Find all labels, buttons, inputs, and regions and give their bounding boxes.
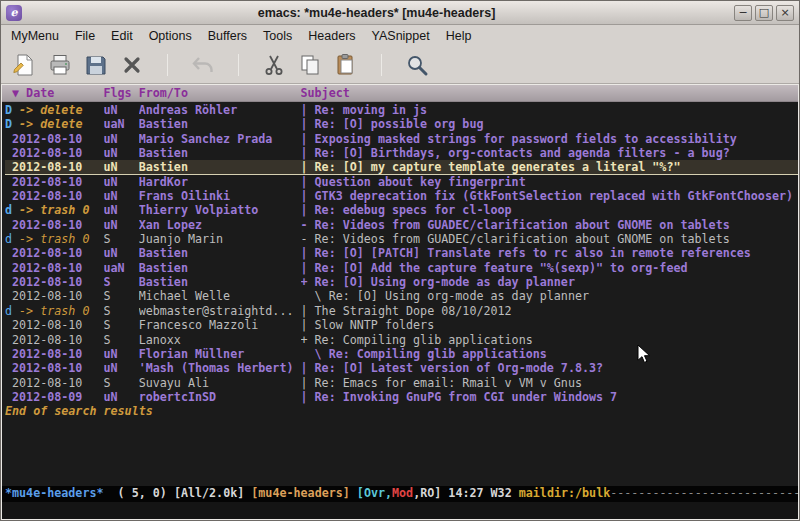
message-date: 2012-08-10 — [5, 175, 104, 189]
mouse-cursor — [637, 344, 652, 365]
message-flags: uN — [104, 146, 139, 160]
message-flags: uaN — [104, 261, 139, 275]
message-date: 2012-08-10 — [5, 189, 104, 203]
message-row[interactable]: 2012-08-10SMichael Welle \ Re: [O] Using… — [5, 289, 798, 303]
undo-button[interactable] — [188, 50, 218, 80]
message-from: 'Mash (Thomas Herbert) — [139, 361, 301, 375]
message-flags: uN — [104, 347, 139, 361]
message-date: 2012-08-10 — [5, 146, 104, 160]
message-subject: + Re: [O] Using org-mode as day planner — [301, 275, 799, 289]
window-controls: − □ × — [731, 5, 794, 21]
column-header-flags[interactable]: Flgs — [104, 85, 139, 101]
modeline-segment: [Ovr, — [357, 486, 392, 500]
message-subject: \ Re: Compiling glib applications — [301, 347, 799, 361]
minimize-button[interactable]: − — [734, 5, 752, 21]
message-row[interactable]: 2012-08-10uNFlorian Müllner \ Re: Compil… — [5, 347, 798, 361]
message-date: D -> delete — [5, 117, 104, 131]
message-row[interactable]: 2012-08-10SLanoxx+ Re: Compiling glib ap… — [5, 333, 798, 347]
message-subject: | Question about key fingerprint — [301, 175, 799, 189]
paste-button[interactable] — [331, 50, 361, 80]
column-header-from[interactable]: From/To — [139, 85, 301, 101]
message-row[interactable]: 2012-08-10uaNBastien| Re: [O] Add the ca… — [5, 261, 798, 275]
message-date: d -> trash 0 — [5, 232, 104, 246]
message-row[interactable]: D -> deleteuaNBastien| Re: [O] possible … — [5, 117, 798, 131]
message-row[interactable]: 2012-08-10uNBastien| Re: [O] my capture … — [5, 160, 798, 174]
message-from: Xan Lopez — [139, 218, 301, 232]
menu-item-yasnippet[interactable]: YASnippet — [364, 26, 438, 47]
message-row[interactable]: 2012-08-09uNrobertcInSD| Re: Invoking Gn… — [5, 390, 798, 404]
message-from: Thierry Volpiatto — [139, 203, 301, 217]
cut-button[interactable] — [259, 50, 289, 80]
cut-icon — [262, 53, 286, 77]
toolbar-separator — [381, 54, 382, 76]
column-header-date[interactable]: ▼ Date — [5, 85, 104, 101]
message-subject: | Re: [O] Add the capture feature "%(sex… — [301, 261, 799, 275]
maximize-button[interactable]: □ — [755, 5, 773, 21]
headers-buffer[interactable]: D -> deleteuNAndreas Röhler| Re: moving … — [2, 102, 798, 486]
message-from: Bastien — [139, 275, 301, 289]
new-file-button[interactable] — [9, 50, 39, 80]
menu-item-file[interactable]: File — [67, 26, 103, 47]
copy-icon — [298, 53, 322, 77]
menu-item-mymenu[interactable]: MyMenu — [3, 26, 67, 47]
message-subject: \ Re: [O] Using org-mode as day planner — [301, 289, 799, 303]
print-icon — [48, 53, 72, 77]
message-row[interactable]: 2012-08-10uNBastien| Re: [O] [PATCH] Tra… — [5, 246, 798, 260]
message-subject: | Slow NNTP folders — [301, 318, 799, 332]
message-from: Suvayu Ali — [139, 376, 301, 390]
close-button[interactable] — [117, 50, 147, 80]
echo-area[interactable] — [2, 502, 798, 519]
message-row[interactable]: 2012-08-10uNHardKor| Question about key … — [5, 175, 798, 189]
emacs-app-icon[interactable]: e — [6, 5, 22, 21]
menu-item-help[interactable]: Help — [438, 26, 480, 47]
message-from: Frans Oilinki — [139, 189, 301, 203]
message-date: 2012-08-10 — [5, 376, 104, 390]
message-row[interactable]: d -> trash 0Swebmaster@straightd...| The… — [5, 304, 798, 318]
search-button[interactable] — [402, 50, 432, 80]
message-row[interactable]: 2012-08-10uNMario Sanchez Prada| Exposin… — [5, 132, 798, 146]
message-date: d -> trash 0 — [5, 304, 104, 318]
menu-item-headers[interactable]: Headers — [300, 26, 363, 47]
copy-button[interactable] — [295, 50, 325, 80]
modeline-segment: ----------------------------------------… — [610, 486, 798, 500]
message-from: Florian Müllner — [139, 347, 301, 361]
message-row[interactable]: d -> trash 0SJuanjo Marin- Re: Videos fr… — [5, 232, 798, 246]
buffer-rows: D -> deleteuNAndreas Röhler| Re: moving … — [5, 103, 798, 404]
message-row[interactable]: D -> deleteuNAndreas Röhler| Re: moving … — [5, 103, 798, 117]
column-header-subject[interactable]: Subject — [301, 85, 799, 101]
print-button[interactable] — [45, 50, 75, 80]
close-button[interactable]: × — [776, 5, 794, 21]
toolbar — [1, 47, 799, 84]
menu-item-edit[interactable]: Edit — [103, 26, 141, 47]
message-row[interactable]: 2012-08-10uNFrans Oilinki| GTK3 deprecat… — [5, 189, 798, 203]
mark-action: -> trash 0 — [12, 203, 89, 217]
menu-item-buffers[interactable]: Buffers — [200, 26, 255, 47]
message-from: webmaster@straightd... — [139, 304, 301, 318]
window-title: emacs: *mu4e-headers* [mu4e-headers] — [22, 6, 731, 20]
title-bar[interactable]: e emacs: *mu4e-headers* [mu4e-headers] −… — [1, 1, 799, 25]
menu-item-options[interactable]: Options — [141, 26, 200, 47]
message-row[interactable]: 2012-08-10uNXan Lopez- Re: Videos from G… — [5, 218, 798, 232]
message-from: Bastien — [139, 261, 301, 275]
message-flags: S — [104, 318, 139, 332]
frame-content: ▼ Date Flgs From/To Subject D -> deleteu… — [1, 84, 799, 520]
message-subject: | Re: Invoking GnuPG from CGI under Wind… — [301, 390, 799, 404]
message-from: Bastien — [139, 160, 301, 173]
message-from: Michael Welle — [139, 289, 301, 303]
message-row[interactable]: 2012-08-10SFrancesco Mazzoli| Slow NNTP … — [5, 318, 798, 332]
message-from: Bastien — [139, 146, 301, 160]
mark-action: -> delete — [12, 103, 82, 117]
emacs-window: e emacs: *mu4e-headers* [mu4e-headers] −… — [0, 0, 800, 521]
message-row[interactable]: 2012-08-10SBastien+ Re: [O] Using org-mo… — [5, 275, 798, 289]
message-from: Bastien — [139, 117, 301, 131]
message-flags: S — [104, 232, 139, 246]
toolbar-separator — [238, 54, 239, 76]
message-from: Francesco Mazzoli — [139, 318, 301, 332]
save-button[interactable] — [81, 50, 111, 80]
message-from: Andreas Röhler — [139, 103, 301, 117]
message-row[interactable]: d -> trash 0uNThierry Volpiatto| Re: ede… — [5, 203, 798, 217]
message-row[interactable]: 2012-08-10uN'Mash (Thomas Herbert)| Re: … — [5, 361, 798, 375]
message-row[interactable]: 2012-08-10SSuvayu Ali| Re: Emacs for ema… — [5, 376, 798, 390]
menu-item-tools[interactable]: Tools — [255, 26, 300, 47]
message-row[interactable]: 2012-08-10uNBastien| Re: [O] Birthdays, … — [5, 146, 798, 160]
